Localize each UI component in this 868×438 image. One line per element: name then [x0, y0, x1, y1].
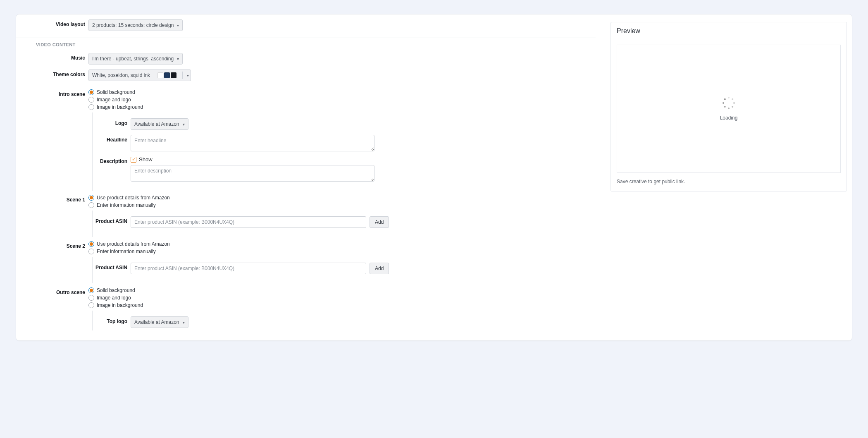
row-outro-scene: Outro scene Solid background Image and l…	[16, 283, 596, 311]
scene1-add-button[interactable]: Add	[370, 216, 389, 228]
radio-intro-image-bg-label: Image in background	[97, 104, 143, 110]
scene2-add-button[interactable]: Add	[370, 263, 389, 274]
label-scene2-asin: Product ASIN	[93, 263, 131, 270]
loading-text: Loading	[720, 115, 738, 121]
row-logo: Logo Available at Amazon ▾	[93, 116, 596, 132]
row-scene1-asin: Product ASIN Add	[93, 214, 596, 230]
dropdown-theme-colors[interactable]: White, poseidon, squid ink ▾	[88, 69, 191, 81]
chevron-down-icon: ▾	[183, 320, 185, 325]
radio-icon	[88, 249, 94, 254]
radio-icon	[88, 202, 94, 208]
label-scene2: Scene 2	[16, 241, 88, 249]
preview-title: Preview	[617, 27, 841, 35]
label-headline: Headline	[93, 135, 131, 143]
label-theme-colors: Theme colors	[16, 69, 88, 77]
checkbox-show-description[interactable]: ✓	[131, 157, 136, 163]
loading-spinner-icon	[723, 97, 735, 109]
dropdown-logo-value: Available at Amazon	[134, 121, 179, 127]
row-headline: Headline	[93, 132, 596, 154]
row-music: Music I'm there - upbeat, strings, ascen…	[16, 50, 596, 67]
scene1-subform: Product ASIN Add	[92, 211, 596, 237]
row-intro-scene: Intro scene Solid background Image and l…	[16, 84, 596, 112]
description-input[interactable]	[131, 165, 374, 182]
chevron-down-icon: ▾	[187, 73, 189, 78]
radio-outro-image-logo-label: Image and logo	[97, 295, 131, 301]
row-theme-colors: Theme colors White, poseidon, squid ink …	[16, 67, 596, 84]
radio-icon	[88, 287, 94, 293]
radio-outro-image-bg[interactable]: Image in background	[88, 302, 143, 308]
radio-intro-image-logo[interactable]: Image and logo	[88, 97, 143, 103]
chevron-down-icon: ▾	[183, 122, 185, 127]
radio-scene1-manual-label: Enter information manually	[97, 202, 156, 208]
scene1-asin-input[interactable]	[131, 216, 366, 228]
label-intro-scene: Intro scene	[16, 89, 88, 97]
radio-scene2-manual[interactable]: Enter information manually	[88, 249, 170, 254]
radio-scene2-amazon-label: Use product details from Amazon	[97, 241, 170, 247]
radio-icon	[88, 302, 94, 308]
label-logo: Logo	[93, 118, 131, 126]
row-top-logo: Top logo Available at Amazon ▾	[93, 314, 596, 330]
radio-scene1-amazon[interactable]: Use product details from Amazon	[88, 195, 170, 201]
radio-icon	[88, 104, 94, 110]
intro-subform: Logo Available at Amazon ▾ Headline	[92, 112, 596, 191]
dropdown-top-logo[interactable]: Available at Amazon ▾	[131, 316, 188, 328]
checkbox-show-description-label: Show	[139, 156, 153, 163]
radio-icon	[88, 89, 94, 95]
radio-icon	[88, 241, 94, 247]
radio-scene2-manual-label: Enter information manually	[97, 249, 156, 254]
label-music: Music	[16, 53, 88, 61]
dropdown-video-layout-value: 2 products; 15 seconds; circle design	[92, 22, 174, 28]
chevron-down-icon: ▾	[177, 57, 179, 61]
color-swatch-3	[171, 72, 176, 78]
label-scene1-asin: Product ASIN	[93, 216, 131, 224]
outro-subform: Top logo Available at Amazon ▾	[92, 311, 596, 330]
radio-intro-solid[interactable]: Solid background	[88, 89, 143, 95]
chevron-down-icon: ▾	[177, 23, 179, 28]
label-video-layout: Video layout	[16, 19, 88, 27]
label-outro-scene: Outro scene	[16, 287, 88, 295]
preview-box: Loading	[617, 45, 841, 173]
radio-outro-image-logo[interactable]: Image and logo	[88, 295, 143, 301]
label-scene1: Scene 1	[16, 195, 88, 203]
radio-scene2-amazon[interactable]: Use product details from Amazon	[88, 241, 170, 247]
color-swatch-2	[164, 72, 170, 78]
preview-column: Preview Loading Save creative to get pub…	[610, 17, 852, 330]
headline-input[interactable]	[131, 135, 374, 151]
row-description: Description ✓ Show	[93, 154, 596, 184]
dropdown-video-layout[interactable]: 2 products; 15 seconds; circle design ▾	[88, 19, 183, 31]
dropdown-top-logo-value: Available at Amazon	[134, 319, 179, 325]
radio-outro-image-bg-label: Image in background	[97, 302, 143, 308]
radio-intro-image-logo-label: Image and logo	[97, 97, 131, 103]
row-video-layout: Video layout 2 products; 15 seconds; cir…	[16, 17, 596, 34]
row-scene2: Scene 2 Use product details from Amazon …	[16, 237, 596, 257]
label-top-logo: Top logo	[93, 316, 131, 324]
scene2-asin-input[interactable]	[131, 263, 366, 274]
radio-icon	[88, 295, 94, 301]
radio-icon	[88, 195, 94, 201]
row-scene2-asin: Product ASIN Add	[93, 260, 596, 277]
dropdown-theme-colors-value: White, poseidon, squid ink	[92, 72, 150, 78]
form-column: Video layout 2 products; 15 seconds; cir…	[16, 17, 596, 330]
section-video-content-heading: VIDEO CONTENT	[16, 38, 596, 50]
radio-intro-image-bg[interactable]: Image in background	[88, 104, 143, 110]
preview-hint: Save creative to get public link.	[617, 179, 841, 184]
preview-panel: Preview Loading Save creative to get pub…	[610, 22, 847, 191]
dropdown-logo[interactable]: Available at Amazon ▾	[131, 118, 188, 130]
dropdown-music-value: I'm there - upbeat, strings, ascending	[92, 56, 174, 62]
dropdown-music[interactable]: I'm there - upbeat, strings, ascending ▾	[88, 53, 183, 65]
radio-outro-solid-label: Solid background	[97, 287, 135, 293]
scene2-subform: Product ASIN Add	[92, 257, 596, 283]
radio-scene1-amazon-label: Use product details from Amazon	[97, 195, 170, 201]
color-swatch-1	[157, 72, 163, 78]
radio-intro-solid-label: Solid background	[97, 89, 135, 95]
radio-icon	[88, 97, 94, 103]
radio-scene1-manual[interactable]: Enter information manually	[88, 202, 170, 208]
editor-card: Video layout 2 products; 15 seconds; cir…	[16, 14, 852, 341]
radio-outro-solid[interactable]: Solid background	[88, 287, 143, 293]
row-scene1: Scene 1 Use product details from Amazon …	[16, 191, 596, 211]
label-description: Description	[93, 156, 131, 164]
